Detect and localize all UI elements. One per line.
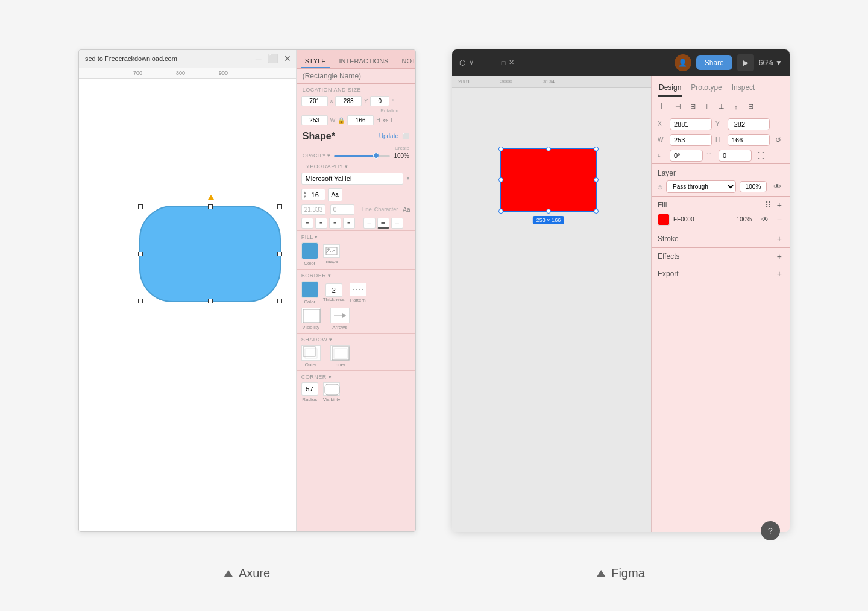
y-field[interactable] xyxy=(335,96,362,106)
align-center-v-btn[interactable]: ⊥ xyxy=(715,101,728,113)
figma-w-field[interactable] xyxy=(670,134,712,146)
handle-top-right[interactable] xyxy=(277,204,282,209)
figma-h-field[interactable] xyxy=(728,134,770,146)
close-figma-icon[interactable]: ✕ xyxy=(509,59,514,66)
border-pattern-icon[interactable] xyxy=(350,283,366,296)
figma-section: ⬡ ∨ ─ □ ✕ 👤 Share ▶ 66% ▼ xyxy=(452,49,790,550)
border-thickness-input[interactable] xyxy=(326,283,342,297)
corner-visibility-icon[interactable] xyxy=(323,382,340,396)
corner-radius-input[interactable] xyxy=(301,382,318,396)
x-field[interactable] xyxy=(301,96,328,106)
share-button[interactable]: Share xyxy=(696,55,732,70)
tab-prototype[interactable]: Prototype xyxy=(690,81,723,97)
maximize-figma-icon[interactable]: □ xyxy=(502,59,506,66)
rotation-field[interactable] xyxy=(370,96,389,106)
figma-handle-bc[interactable] xyxy=(546,209,551,214)
tab-inspect[interactable]: Inspect xyxy=(731,81,756,97)
handle-bot-center[interactable] xyxy=(208,299,213,303)
fullscreen-btn[interactable]: ⛶ xyxy=(755,151,766,160)
figma-handle-br[interactable] xyxy=(594,209,599,214)
align-justify-btn[interactable]: ≡ xyxy=(343,218,355,229)
shadow-outer-btn[interactable]: Outer xyxy=(301,345,321,367)
figma-rotation-field[interactable] xyxy=(670,150,703,162)
border-color-swatch[interactable] xyxy=(301,281,318,298)
red-rectangle[interactable]: 253 × 166 xyxy=(500,148,597,212)
opacity-slider[interactable] xyxy=(334,155,391,157)
line-height-input[interactable] xyxy=(301,204,326,215)
font-size-input[interactable] xyxy=(307,191,324,198)
align-bottom-edge-btn[interactable]: ↕ xyxy=(730,101,742,113)
constrain-btn[interactable]: ↺ xyxy=(773,136,783,144)
figma-handle-ml[interactable] xyxy=(498,177,503,182)
figma-x-field[interactable] xyxy=(670,118,712,130)
minimize-figma-icon[interactable]: ─ xyxy=(493,59,498,66)
rotation-handle[interactable] xyxy=(208,195,214,200)
text-style-btn[interactable]: Aa xyxy=(328,188,342,201)
export-add-btn[interactable]: + xyxy=(775,269,784,279)
figma-y-field[interactable] xyxy=(728,118,770,130)
fill-visibility-btn[interactable]: 👁 xyxy=(758,213,772,226)
handle-top-left[interactable] xyxy=(138,204,143,209)
fill-add-btn[interactable]: + xyxy=(775,200,784,210)
shadow-inner-btn[interactable]: Inner xyxy=(330,345,350,367)
fill-remove-btn[interactable]: − xyxy=(775,215,784,224)
maximize-icon[interactable]: ⬜ xyxy=(268,54,278,63)
figma-xy-row: X Y xyxy=(652,116,790,132)
figma-corner-field[interactable] xyxy=(719,150,752,162)
align-right-edge-btn[interactable]: ⊞ xyxy=(687,101,699,113)
layer-visibility-btn[interactable]: 👁 xyxy=(770,180,784,194)
rectangle-name-input[interactable] xyxy=(297,69,415,84)
align-left-edge-btn[interactable]: ⊢ xyxy=(658,101,670,113)
border-visibility-row: Visibility Arrows xyxy=(301,308,410,330)
fill-color-swatch[interactable] xyxy=(658,214,670,226)
align-center-btn[interactable]: ≡ xyxy=(315,218,327,229)
w-field[interactable] xyxy=(301,115,328,125)
stroke-add-btn[interactable]: + xyxy=(775,234,784,244)
spacing-1-btn[interactable]: ═ xyxy=(363,218,376,229)
help-button[interactable]: ? xyxy=(761,521,780,532)
figma-handle-tc[interactable] xyxy=(546,147,551,151)
fill-row-header: Fill ⠿ + xyxy=(658,200,784,210)
minimize-icon[interactable]: ─ xyxy=(256,54,262,63)
fill-color-swatch[interactable] xyxy=(301,242,318,259)
fill-controls: Color Image xyxy=(301,242,410,266)
align-center-h-btn[interactable]: ⊣ xyxy=(672,101,684,113)
handle-top-center[interactable] xyxy=(208,204,213,209)
blue-shape[interactable] xyxy=(139,206,281,302)
close-icon[interactable]: ✕ xyxy=(284,54,291,63)
fill-grid-icon[interactable]: ⠿ xyxy=(763,200,773,210)
layer-opacity-input[interactable] xyxy=(740,181,767,192)
fill-image-icon[interactable] xyxy=(323,244,340,258)
tab-design[interactable]: Design xyxy=(658,81,682,97)
distribute-h-btn[interactable]: ⊟ xyxy=(744,101,756,113)
effects-section: Effects + xyxy=(652,247,790,265)
zoom-button[interactable]: 66% ▼ xyxy=(759,59,782,67)
handle-mid-right[interactable] xyxy=(277,252,282,256)
spacing-3-btn[interactable]: ═ xyxy=(391,218,403,229)
align-top-edge-btn[interactable]: ⊤ xyxy=(701,101,713,113)
h-field[interactable] xyxy=(347,115,374,125)
figma-handle-tl[interactable] xyxy=(498,147,503,151)
figma-handle-bl[interactable] xyxy=(498,209,503,214)
align-left-btn[interactable]: ≡ xyxy=(301,218,313,229)
figma-handle-tr[interactable] xyxy=(594,147,599,151)
handle-mid-left[interactable] xyxy=(138,252,143,256)
handle-bot-right[interactable] xyxy=(277,299,282,303)
font-select[interactable]: Microsoft YaHei xyxy=(301,173,403,185)
figma-canvas[interactable]: 2881 3000 3134 xyxy=(452,76,651,532)
figma-handle-mr[interactable] xyxy=(594,177,599,182)
opacity-thumb[interactable] xyxy=(373,153,379,159)
play-button[interactable]: ▶ xyxy=(737,54,754,71)
handle-bot-left[interactable] xyxy=(138,299,143,303)
layer-mode-select[interactable]: Pass through Normal Multiply xyxy=(666,180,736,193)
border-arrows-icon[interactable] xyxy=(330,308,350,323)
effects-add-btn[interactable]: + xyxy=(775,252,784,261)
border-visibility-icon[interactable] xyxy=(301,308,321,323)
align-right-btn[interactable]: ≡ xyxy=(329,218,341,229)
char-spacing-input[interactable] xyxy=(330,204,354,215)
spacing-2-btn[interactable]: ═ xyxy=(377,218,389,229)
tab-style[interactable]: STYLE xyxy=(301,55,330,68)
tab-interactions[interactable]: INTERACTIONS xyxy=(336,55,392,68)
update-link[interactable]: Update xyxy=(379,133,398,139)
tab-notes[interactable]: NOTES xyxy=(398,55,415,68)
